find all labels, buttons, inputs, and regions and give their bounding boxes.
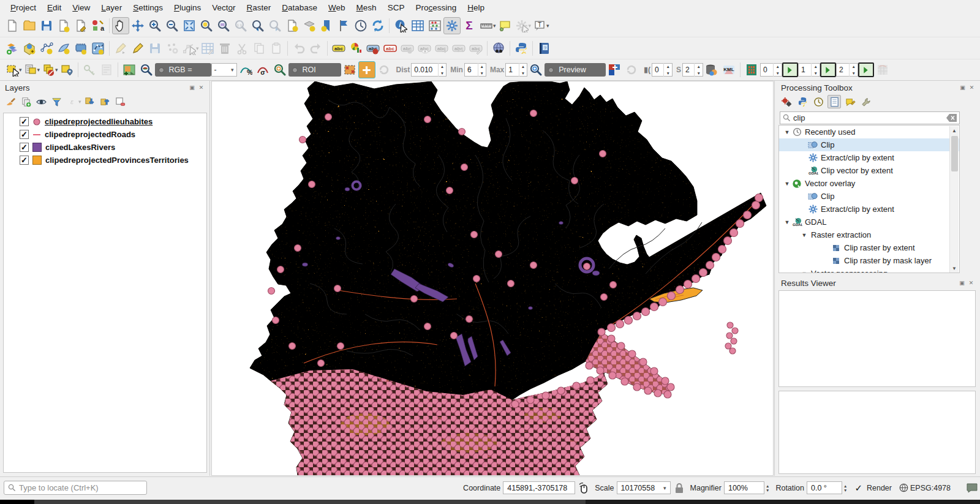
python-scripts-button[interactable] bbox=[796, 95, 809, 108]
layer-labeling-button[interactable] bbox=[330, 40, 347, 57]
new-project-button[interactable] bbox=[4, 17, 21, 34]
render-checkbox[interactable]: ✓ bbox=[854, 483, 862, 494]
scp-grid-spinner-1[interactable]: 1▲▼ bbox=[798, 63, 820, 77]
menu-settings[interactable]: Settings bbox=[127, 1, 168, 14]
manage-map-themes-button[interactable] bbox=[34, 95, 48, 108]
processing-search-box[interactable]: clip bbox=[780, 111, 960, 124]
menu-edit[interactable]: Edit bbox=[42, 1, 67, 14]
statistical-summary-button[interactable]: Σ bbox=[461, 17, 478, 34]
help-button[interactable]: ? bbox=[535, 40, 552, 57]
menu-layer[interactable]: Layer bbox=[96, 1, 127, 14]
layer-row-lakesrivers[interactable]: ✓ clipedLakesRivers bbox=[4, 141, 206, 154]
tree-group-vector-geoprocessing[interactable]: ▼ Vector geoprocessing bbox=[779, 267, 959, 273]
layers-float-button[interactable]: ▣ bbox=[189, 85, 195, 91]
paste-features-button[interactable] bbox=[268, 40, 285, 57]
layers-close-button[interactable]: ✕ bbox=[198, 85, 205, 91]
zoom-native-button[interactable]: 1:1 bbox=[232, 17, 249, 34]
scp-max-spinner[interactable]: 1▲▼ bbox=[505, 63, 527, 77]
filter-expression-dropdown[interactable]: ▾ bbox=[78, 99, 81, 105]
tree-item-extract-clip-recent[interactable]: Extract/clip by extent bbox=[779, 151, 959, 164]
scp-preview-zoom-button[interactable] bbox=[527, 61, 545, 78]
new-bookmark-button[interactable] bbox=[318, 17, 335, 34]
tree-scrollbar[interactable]: ▲ ▼ bbox=[949, 126, 959, 273]
copy-features-button[interactable] bbox=[251, 40, 268, 57]
deselect-dropdown[interactable]: ▾ bbox=[55, 67, 58, 73]
scp-bandset-button[interactable] bbox=[121, 61, 138, 78]
scp-min-spinner[interactable]: 6▲▼ bbox=[464, 63, 486, 77]
new-mesh-layer-button[interactable] bbox=[89, 40, 107, 57]
tree-group-recently-used[interactable]: ▼ Recently used bbox=[779, 126, 959, 138]
scp-grid-spinner-2[interactable]: 2▲▼ bbox=[836, 63, 858, 77]
map-canvas[interactable] bbox=[211, 81, 774, 476]
layer-checkbox[interactable]: ✓ bbox=[20, 143, 29, 152]
menu-mesh[interactable]: Mesh bbox=[351, 1, 382, 14]
crs-value[interactable]: EPSG:4978 bbox=[910, 484, 951, 492]
refresh-map-button[interactable] bbox=[369, 17, 386, 34]
measure-button[interactable] bbox=[478, 17, 495, 34]
add-group-button[interactable] bbox=[19, 95, 32, 108]
toggle-editing-button[interactable] bbox=[129, 40, 146, 57]
scp-run-2-button[interactable] bbox=[858, 62, 874, 77]
layer-name[interactable]: clipedreprojectedlieuhabites bbox=[45, 117, 153, 126]
data-source-manager-button[interactable] bbox=[4, 40, 21, 57]
undo-button[interactable] bbox=[290, 40, 307, 57]
vertex-tool-button[interactable] bbox=[181, 40, 198, 57]
change-label-button[interactable] bbox=[467, 40, 484, 57]
scp-delete-db-button[interactable] bbox=[703, 61, 720, 78]
spinner-arrows-icon[interactable]: ▲▼ bbox=[519, 63, 527, 77]
scp-classification-grid-button[interactable] bbox=[743, 61, 760, 78]
history-button[interactable] bbox=[812, 95, 825, 108]
menu-processing[interactable]: Processing bbox=[410, 1, 462, 14]
scp-refresh-button[interactable] bbox=[623, 61, 640, 78]
map-theme-notes-button[interactable] bbox=[98, 61, 115, 78]
scp-signature-button[interactable] bbox=[874, 61, 891, 78]
layer-checkbox[interactable]: ✓ bbox=[20, 130, 29, 139]
pin-labels-button[interactable] bbox=[364, 40, 382, 57]
expand-all-button[interactable] bbox=[83, 95, 97, 108]
results-float-button[interactable]: ▣ bbox=[959, 280, 965, 287]
mouse-position-icon[interactable] bbox=[578, 482, 590, 494]
move-label-button[interactable] bbox=[399, 40, 416, 57]
annotation-dropdown[interactable]: ▾ bbox=[546, 23, 549, 29]
results-viewer-button[interactable] bbox=[827, 95, 841, 108]
messages-bubble-icon[interactable] bbox=[967, 483, 978, 493]
layer-name[interactable]: clipedreprojectedProvincesTerritories bbox=[45, 156, 189, 165]
scp-run-1-button[interactable] bbox=[820, 62, 836, 77]
tree-item-clip-vector-by-extent[interactable]: GDAL Clip vector by extent bbox=[779, 164, 959, 177]
redo-button[interactable] bbox=[307, 40, 325, 57]
processing-toolbox-button[interactable] bbox=[443, 17, 461, 34]
select-by-location-button[interactable] bbox=[58, 61, 75, 78]
scp-undo-roi-button[interactable] bbox=[375, 61, 393, 78]
menu-project[interactable]: Project bbox=[5, 1, 42, 14]
open-project-button[interactable] bbox=[21, 17, 38, 34]
menu-plugins[interactable]: Plugins bbox=[168, 1, 206, 14]
spinner-arrows-icon[interactable]: ▲▼ bbox=[438, 63, 446, 77]
deselect-features-button[interactable] bbox=[40, 61, 57, 78]
scp-rgb-block-button[interactable] bbox=[606, 61, 623, 78]
caret-down-icon[interactable]: ▼ bbox=[801, 271, 807, 274]
layer-row-roads[interactable]: ✓ clipedreprojectedRoads bbox=[4, 128, 206, 141]
scp-preview-pointer-button[interactable] bbox=[138, 61, 155, 78]
scp-t-spinner[interactable]: 0▲▼ bbox=[652, 63, 673, 77]
menu-view[interactable]: View bbox=[67, 1, 96, 14]
filter-by-expression-button[interactable]: ε bbox=[65, 95, 78, 108]
collapse-all-button[interactable] bbox=[99, 95, 112, 108]
caret-down-icon[interactable]: ▼ bbox=[784, 219, 790, 225]
scale-dropdown-icon[interactable]: ▾ bbox=[663, 485, 666, 491]
map-tips-button[interactable] bbox=[496, 17, 513, 34]
tree-group-vector-overlay[interactable]: ▼ Vector overlay bbox=[779, 177, 959, 190]
magnifier-spin-arrows[interactable]: ▲▼ bbox=[766, 484, 769, 492]
scp-roi-polygon-button[interactable] bbox=[341, 61, 358, 78]
rotation-spin-arrows[interactable]: ▲▼ bbox=[843, 484, 847, 492]
select-by-form-button[interactable] bbox=[22, 61, 39, 78]
save-edits-button[interactable] bbox=[146, 40, 164, 57]
menu-database[interactable]: Database bbox=[276, 1, 323, 14]
locator-search-box[interactable]: Type to locate (Ctrl+K) bbox=[4, 481, 147, 495]
layer-checkbox[interactable]: ✓ bbox=[20, 117, 29, 126]
menu-raster[interactable]: Raster bbox=[241, 1, 277, 14]
scp-kml-export-button[interactable]: KML bbox=[720, 61, 737, 78]
style-manager-button[interactable]: a bbox=[89, 17, 107, 34]
identify-features-button[interactable]: i bbox=[392, 17, 409, 34]
caret-down-icon[interactable]: ▼ bbox=[801, 232, 807, 238]
select-features-button[interactable] bbox=[4, 61, 21, 78]
